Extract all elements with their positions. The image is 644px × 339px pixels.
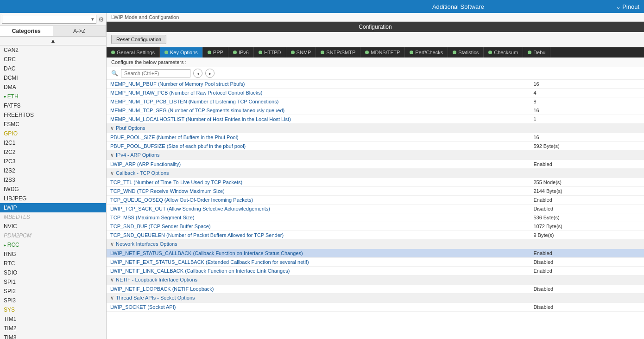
sidebar-item-gpio[interactable]: GPIO [0, 129, 106, 138]
nav-prev-button[interactable]: ◂ [193, 69, 202, 78]
sidebar-item-dma[interactable]: DMA [0, 83, 106, 92]
collapse-icon[interactable]: ∨ [110, 241, 114, 247]
sidebar-item-i2s2[interactable]: I2S2 [0, 166, 106, 175]
pinout-button[interactable]: ⌄ Pinout [616, 3, 639, 10]
sidebar-gear-button[interactable]: ⚙ [98, 16, 104, 23]
tab-label-perf-checks: Perf/Checks [415, 50, 443, 55]
sidebar-item-tim1[interactable]: TIM1 [0, 314, 106, 324]
sidebar-search-input[interactable] [4, 17, 91, 22]
sidebar-search-dropdown[interactable]: ▾ [91, 16, 94, 22]
tab-general-settings[interactable]: General Settings [107, 47, 160, 58]
tab-debu[interactable]: Debu [523, 47, 550, 58]
sidebar-item-rtc[interactable]: RTC [0, 259, 106, 268]
sidebar-item-crc[interactable]: CRC [0, 55, 106, 64]
table-row[interactable]: LWIP_NETIF_STATUS_CALLBACK (Callback Fun… [107, 249, 644, 258]
param-name-cell: PBUF_POOL_BUFSIZE (Size of each pbuf in … [107, 142, 530, 151]
table-row[interactable]: TCP_MSS (Maximum Segment Size)536 Byte(s… [107, 213, 644, 222]
sidebar-item-i2c2[interactable]: I2C2 [0, 147, 106, 157]
sidebar-item-dac[interactable]: DAC [0, 64, 106, 73]
collapse-icon[interactable]: ∨ [110, 152, 114, 158]
tab-ppp[interactable]: PPP [203, 47, 228, 58]
sidebar-item-i2c1[interactable]: I2C1 [0, 138, 106, 147]
tab-statistics[interactable]: Statistics [448, 47, 484, 58]
collapse-icon[interactable]: ∨ [110, 295, 114, 301]
section-label: Callback - TCP Options [116, 170, 169, 176]
sidebar-item-iwdg[interactable]: IWDG [0, 185, 106, 194]
sidebar-item-i2c3[interactable]: I2C3 [0, 157, 106, 166]
table-row[interactable]: LWIP_TCP_SACK_OUT (Allow Sending Selecti… [107, 205, 644, 213]
table-row[interactable]: PBUF_POOL_BUFSIZE (Size of each pbuf in … [107, 142, 644, 151]
additional-software-label[interactable]: Additional Software [310, 3, 606, 10]
sidebar-item-rng[interactable]: RNG [0, 249, 106, 259]
tab-label-statistics: Statistics [458, 50, 479, 55]
tab-perf-checks[interactable]: Perf/Checks [405, 47, 448, 58]
table-row[interactable]: LWIP_NETIF_LINK_CALLBACK (Callback Funct… [107, 267, 644, 275]
sidebar-item-fatfs[interactable]: FATFS [0, 101, 106, 110]
sidebar-item-nvic[interactable]: NVIC [0, 222, 106, 231]
collapse-icon[interactable]: ∨ [110, 170, 114, 176]
table-row[interactable]: TCP_WND (TCP Receive Window Maximum Size… [107, 187, 644, 196]
sidebar-item-mbedtls[interactable]: MBEDTLS [0, 212, 106, 222]
section-header-row: ∨Thread Safe APIs - Socket Options [107, 294, 644, 303]
tab-httpd[interactable]: HTTPD [254, 47, 286, 58]
tab-snmp[interactable]: SNMP [286, 47, 316, 58]
sidebar-item-eth[interactable]: ETH [0, 92, 106, 101]
param-name-cell: TCP_WND (TCP Receive Window Maximum Size… [107, 187, 530, 196]
sidebar-item-lwip[interactable]: LWIP [0, 203, 106, 212]
sidebar-item-fsmc[interactable]: FSMC [0, 120, 106, 129]
param-value-cell: 536 Byte(s) [530, 213, 644, 222]
tab-ipv6[interactable]: IPv6 [228, 47, 254, 58]
sidebar-item-sys[interactable]: SYS [0, 305, 106, 314]
tab-dot-checksum [488, 51, 492, 54]
table-row[interactable]: MEMP_NUM_TCP_PCB_LISTEN (Number of Liste… [107, 97, 644, 106]
param-name-cell: MEMP_NUM_TCP_PCB_LISTEN (Number of Liste… [107, 97, 530, 106]
reset-config-button[interactable]: Reset Configuration [111, 35, 166, 44]
table-row[interactable]: TCP_SND_QUEUELEN (Number of Packet Buffe… [107, 231, 644, 240]
search-nav-input[interactable] [121, 69, 190, 77]
table-row[interactable]: PBUF_POOL_SIZE (Number of Buffers in the… [107, 133, 644, 142]
nav-next-button[interactable]: ▸ [205, 69, 215, 78]
param-name-cell: PBUF_POOL_SIZE (Number of Buffers in the… [107, 133, 530, 142]
param-value-cell: Disabled [530, 285, 644, 294]
configure-text: Configure the below parameters : [107, 58, 644, 67]
collapse-icon[interactable]: ∨ [110, 277, 114, 282]
sidebar-item-spi2[interactable]: SPI2 [0, 287, 106, 296]
content-subheader: LWIP Mode and Configuration [107, 13, 644, 22]
table-row[interactable]: LWIP_NETIF_EXT_STATUS_CALLBACK (Extended… [107, 258, 644, 267]
sidebar-tabs: Categories A->Z [0, 26, 106, 37]
sidebar-item-pdm2pcm[interactable]: PDM2PCM [0, 231, 106, 240]
sidebar-item-spi1[interactable]: SPI1 [0, 277, 106, 287]
sidebar-item-tim3[interactable]: TIM3 [0, 333, 106, 339]
table-row[interactable]: MEMP_NUM_RAW_PCB (Number of Raw Protocol… [107, 89, 644, 97]
sidebar-item-can2[interactable]: CAN2 [0, 45, 106, 55]
table-row[interactable]: LWIP_ARP (ARP Functionality)Enabled [107, 160, 644, 169]
tab-key-options[interactable]: Key Options [160, 47, 203, 58]
sidebar-item-i2s3[interactable]: I2S3 [0, 175, 106, 185]
sidebar-item-tim2[interactable]: TIM2 [0, 324, 106, 333]
sidebar-item-freertos[interactable]: FREERTOS [0, 110, 106, 120]
table-row[interactable]: LWIP_NETIF_LOOPBACK (NETIF Loopback)Disa… [107, 285, 644, 294]
search-icon: 🔍 [111, 70, 118, 77]
table-row[interactable]: MEMP_NUM_TCP_SEG (Number of TCP Segments… [107, 106, 644, 115]
tab-checksum[interactable]: Checksum [484, 47, 523, 58]
sidebar-tab-categories[interactable]: Categories [0, 26, 53, 36]
table-row[interactable]: TCP_SND_BUF (TCP Sender Buffer Space)107… [107, 222, 644, 231]
table-row[interactable]: TCP_TTL (Number of Time-To-Live Used by … [107, 178, 644, 187]
table-row[interactable]: MEMP_NUM_PBUF (Number of Memory Pool str… [107, 80, 644, 89]
section-header-row: ∨Callback - TCP Options [107, 169, 644, 178]
table-row[interactable]: LWIP_SOCKET (Socket API)Disabled [107, 303, 644, 312]
sidebar-search-box[interactable]: ▾ [2, 15, 96, 24]
sidebar-item-rcc[interactable]: RCC [0, 240, 106, 249]
sidebar-scroll-up[interactable]: ▲ [0, 37, 106, 45]
table-row[interactable]: MEMP_NUM_LOCALHOSTLIST (Number of Host E… [107, 115, 644, 124]
sidebar-item-libjpeg[interactable]: LIBJPEG [0, 194, 106, 203]
tab-mdns-tftp[interactable]: MDNS/TFTP [360, 47, 405, 58]
table-row[interactable]: TCP_QUEUE_OOSEQ (Allow Out-Of-Order Inco… [107, 196, 644, 205]
sidebar-item-sdio[interactable]: SDIO [0, 268, 106, 277]
tab-sntp-smtp[interactable]: SNTP/SMTP [316, 47, 360, 58]
collapse-icon[interactable]: ∨ [110, 125, 114, 131]
sidebar-item-spi3[interactable]: SPI3 [0, 296, 106, 305]
param-value-cell: Disabled [530, 258, 644, 267]
sidebar-item-dcmi[interactable]: DCMI [0, 73, 106, 83]
sidebar-tab-az[interactable]: A->Z [53, 26, 107, 36]
